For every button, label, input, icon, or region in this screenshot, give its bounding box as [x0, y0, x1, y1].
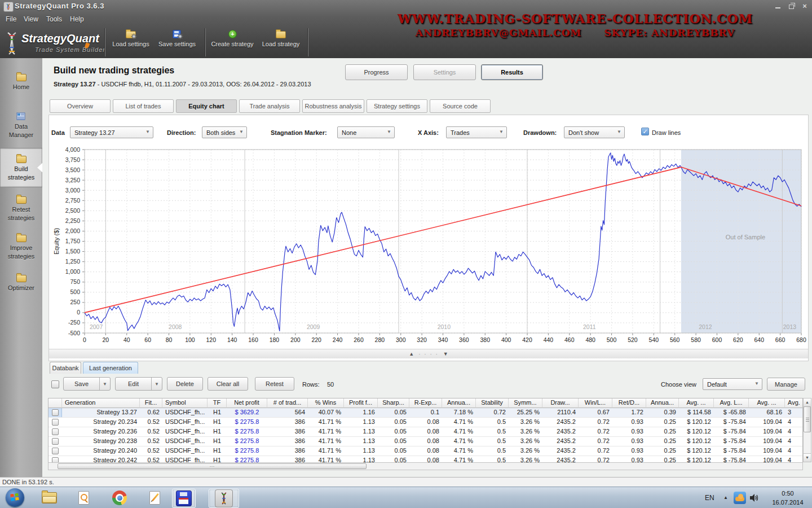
- column-header[interactable]: Symbol: [162, 398, 208, 408]
- minimize-button[interactable]: [774, 2, 782, 10]
- column-header[interactable]: Stability: [476, 398, 509, 408]
- table-row[interactable]: Strategy 20.2420.52USDCHF_fh...H1$ 2275.…: [48, 456, 802, 462]
- scroll-down-icon[interactable]: ▼: [804, 453, 811, 462]
- taskbar-save-app-button[interactable]: [172, 489, 196, 508]
- sidebar-item-home[interactable]: Home: [0, 72, 42, 99]
- column-header[interactable]: Draw...: [542, 398, 579, 408]
- tab-last-generation[interactable]: Last generation: [83, 362, 138, 374]
- column-header[interactable]: Avg. ...: [679, 398, 714, 408]
- language-indicator[interactable]: EN: [705, 494, 714, 502]
- tab-equity-chart[interactable]: Equity chart: [176, 99, 237, 113]
- results-button[interactable]: Results: [481, 64, 543, 80]
- restore-button[interactable]: [787, 2, 795, 10]
- clear-all-button[interactable]: Clear all: [208, 377, 248, 391]
- tab-robustness-analysis[interactable]: Robustness analysis: [302, 99, 364, 113]
- settings-button[interactable]: Settings: [413, 64, 476, 80]
- stagnation-marker-select[interactable]: None ▼: [337, 126, 395, 138]
- taskbar-search-button[interactable]: [75, 490, 92, 506]
- edit-menu-arrow[interactable]: ▼: [151, 378, 162, 390]
- menu-view[interactable]: View: [24, 15, 38, 23]
- column-header[interactable]: Annua...: [442, 398, 476, 408]
- data-select[interactable]: Strategy 13.27 ▼: [70, 126, 153, 138]
- delete-button[interactable]: Delete: [167, 377, 203, 391]
- row-checkbox[interactable]: [52, 419, 59, 426]
- column-header[interactable]: Fit...: [140, 398, 162, 408]
- row-checkbox[interactable]: [52, 409, 59, 416]
- menu-help[interactable]: Help: [70, 15, 84, 23]
- table-row[interactable]: Strategy 20.2400.52USDCHF_fh...H1$ 2275.…: [48, 446, 802, 456]
- column-header[interactable]: Net profit: [227, 398, 267, 408]
- chart-splitter[interactable]: ▲ · · · · ▼: [49, 349, 808, 358]
- progress-button[interactable]: Progress: [345, 64, 408, 80]
- choose-view-select[interactable]: Default ▼: [703, 378, 762, 390]
- tab-list-of-trades[interactable]: List of trades: [113, 99, 174, 113]
- column-header[interactable]: Symm...: [509, 398, 542, 408]
- tab-overview[interactable]: Overview: [50, 99, 111, 113]
- column-header[interactable]: R-Exp...: [409, 398, 442, 408]
- row-checkbox[interactable]: [52, 428, 59, 435]
- row-checkbox[interactable]: [52, 457, 59, 462]
- tab-strategy-settings[interactable]: Strategy settings: [367, 99, 427, 113]
- column-header[interactable]: Sharp...: [378, 398, 409, 408]
- start-button[interactable]: [6, 488, 24, 507]
- save-button[interactable]: Save ▼: [63, 377, 111, 391]
- create-strategy-button[interactable]: + Create strategy: [208, 29, 257, 56]
- tab-trade-analysis[interactable]: Trade analysis: [239, 99, 300, 113]
- splitter-up-icon[interactable]: ▲: [409, 351, 414, 357]
- table-row[interactable]: Strategy 20.2360.52USDCHF_fh...H1$ 2275.…: [48, 427, 802, 437]
- table-horizontal-scrollbar[interactable]: ···: [48, 462, 803, 470]
- column-header[interactable]: Generation: [62, 398, 140, 408]
- drawdown-select[interactable]: Don't show ▼: [564, 126, 625, 138]
- table-row[interactable]: Strategy 20.2340.52USDCHF_fh...H1$ 2275.…: [48, 418, 802, 427]
- speaker-icon[interactable]: [749, 493, 759, 503]
- table-vertical-scrollbar[interactable]: ▲ ▼: [803, 398, 811, 462]
- tab-source-code[interactable]: Source code: [430, 99, 491, 113]
- taskbar-chrome-button[interactable]: [111, 490, 128, 506]
- x-axis-select[interactable]: Trades ▼: [446, 126, 507, 138]
- row-checkbox[interactable]: [52, 448, 59, 454]
- horizontal-scroll-handle[interactable]: ···: [58, 463, 367, 469]
- draw-lines-checkbox[interactable]: ✓: [641, 128, 649, 135]
- splitter-down-icon[interactable]: ▼: [443, 351, 448, 357]
- column-header[interactable]: Avg.: [785, 398, 803, 408]
- column-header[interactable]: Avg. ...: [749, 398, 785, 408]
- taskbar-notepad-button[interactable]: [146, 490, 163, 506]
- menu-file[interactable]: File: [6, 15, 16, 23]
- save-menu-arrow[interactable]: ▼: [99, 378, 110, 390]
- table-row[interactable]: Strategy 13.270.62USDCHF_fh...H1$ 3629.2…: [48, 408, 802, 418]
- sidebar-item-improve-strategies[interactable]: Improve strategies: [0, 233, 42, 267]
- clock[interactable]: 0:50 16.07.2014: [766, 489, 810, 507]
- taskbar-explorer-button[interactable]: [41, 490, 58, 506]
- tab-databank[interactable]: Databank: [50, 362, 81, 374]
- column-header[interactable]: # of trad...: [267, 398, 308, 408]
- manage-button[interactable]: Manage: [767, 378, 805, 391]
- weather-cloud-icon[interactable]: [734, 492, 746, 504]
- save-settings-button[interactable]: Save settings: [153, 29, 201, 56]
- close-button[interactable]: ×: [801, 2, 809, 10]
- column-header[interactable]: TF: [208, 398, 227, 408]
- load-strategy-button[interactable]: Load strategy: [257, 29, 305, 56]
- scroll-up-icon[interactable]: ▲: [804, 398, 811, 407]
- column-header[interactable]: Profit f...: [344, 398, 378, 408]
- sidebar-item-optimizer[interactable]: Optimizer: [0, 273, 42, 300]
- retest-button[interactable]: Retest: [255, 377, 294, 391]
- sidebar-item-build-strategies[interactable]: Build strategies: [0, 148, 42, 187]
- column-header[interactable]: Win/L...: [579, 398, 612, 408]
- column-header[interactable]: Annua...: [646, 398, 679, 408]
- direction-select[interactable]: Both sides ▼: [202, 126, 247, 138]
- row-checkbox[interactable]: [52, 438, 59, 445]
- vertical-scroll-handle[interactable]: [804, 406, 811, 432]
- column-header[interactable]: Ret/D...: [612, 398, 646, 408]
- column-header[interactable]: % Wins: [308, 398, 344, 408]
- column-header[interactable]: [48, 398, 62, 408]
- load-settings-button[interactable]: Load settings: [107, 29, 155, 56]
- column-header[interactable]: Avg. L...: [714, 398, 749, 408]
- title-bar[interactable]: StrategyQuant Pro 3.6.3 ×: [0, 0, 812, 12]
- taskbar-strategyquant-button[interactable]: [209, 489, 239, 508]
- tray-expand-icon[interactable]: ▲: [723, 495, 728, 500]
- edit-button[interactable]: Edit ▼: [115, 377, 162, 391]
- sidebar-item-data-manager[interactable]: Data Manager: [0, 112, 42, 146]
- sidebar-item-retest-strategies[interactable]: Retest strategies: [0, 195, 42, 229]
- select-all-checkbox[interactable]: [51, 380, 59, 388]
- menu-tools[interactable]: Tools: [46, 15, 62, 23]
